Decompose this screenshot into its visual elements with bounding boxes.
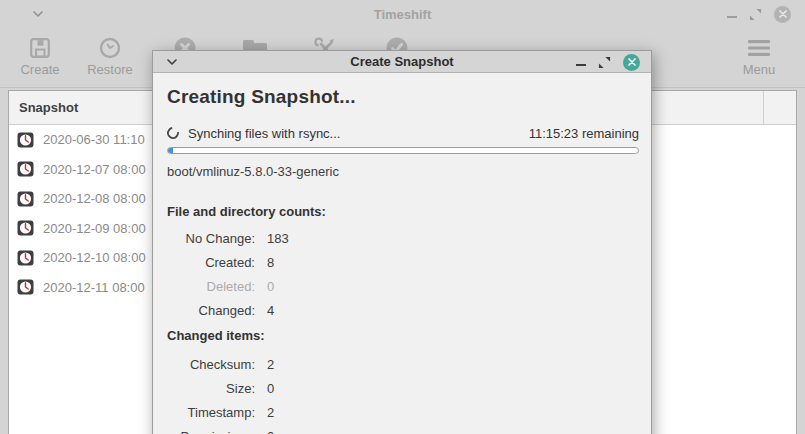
create-snapshot-button[interactable]: Create xyxy=(5,28,75,88)
spinner-icon xyxy=(165,125,182,142)
changed-row-size: Size: 0 xyxy=(167,376,639,400)
snapshot-clock-icon xyxy=(17,191,34,207)
snapshot-date: 2020-12-11 08:00 xyxy=(43,280,145,295)
snapshot-clock-icon xyxy=(17,220,34,236)
dialog-content: Creating Snapshot... Synching files with… xyxy=(153,73,651,434)
snapshot-date: 2020-06-30 11:10 xyxy=(43,132,145,147)
progress-bar xyxy=(167,147,639,154)
changed-value: 2 xyxy=(267,357,274,372)
count-row-created: Created: 8 xyxy=(167,250,639,274)
changed-label: Permissions: xyxy=(167,429,255,434)
main-titlebar: Timeshift xyxy=(0,0,805,28)
snapshot-column-label: Snapshot xyxy=(19,100,78,115)
time-remaining: 11:15:23 remaining xyxy=(529,126,639,141)
snapshot-clock-icon xyxy=(17,161,34,177)
maximize-icon[interactable] xyxy=(749,8,762,21)
menu-label: Menu xyxy=(743,62,776,77)
count-row-deleted: Deleted: 0 xyxy=(167,274,639,298)
dialog-maximize-icon[interactable] xyxy=(598,56,611,69)
close-icon[interactable] xyxy=(774,6,791,23)
changed-items-heading: Changed items: xyxy=(167,328,639,344)
status-label: Synching files with rsync... xyxy=(188,126,529,141)
dialog-heading: Creating Snapshot... xyxy=(167,86,639,108)
count-value: 0 xyxy=(267,279,274,294)
dialog-minimize-icon[interactable] xyxy=(576,64,586,66)
counts-heading: File and directory counts: xyxy=(167,204,639,220)
snapshot-date: 2020-12-07 08:00 xyxy=(43,162,146,177)
count-row-no-change: No Change: 183 xyxy=(167,226,639,250)
restore-clock-icon xyxy=(98,35,122,61)
count-value: 4 xyxy=(267,303,274,318)
snapshot-clock-icon xyxy=(17,132,34,148)
changed-row-timestamp: Timestamp: 2 xyxy=(167,400,639,424)
changed-row-permissions: Permissions: 0 xyxy=(167,424,639,434)
count-label: No Change: xyxy=(167,231,255,246)
snapshot-date: 2020-12-09 08:00 xyxy=(43,221,146,236)
create-label: Create xyxy=(20,62,59,77)
counts-list: No Change: 183 Created: 8 Deleted: 0 Cha… xyxy=(167,226,639,322)
current-file-path: boot/vmlinuz-5.8.0-33-generic xyxy=(167,164,639,180)
changed-items-list: Checksum: 2 Size: 0 Timestamp: 2 Permiss… xyxy=(167,352,639,434)
count-label: Deleted: xyxy=(167,279,255,294)
snapshot-clock-icon xyxy=(17,279,34,295)
window-title: Timeshift xyxy=(0,7,805,22)
changed-label: Checksum: xyxy=(167,357,255,372)
changed-value: 0 xyxy=(267,429,274,434)
changed-value: 2 xyxy=(267,405,274,420)
count-row-changed: Changed: 4 xyxy=(167,298,639,322)
changed-row-checksum: Checksum: 2 xyxy=(167,352,639,376)
changed-label: Timestamp: xyxy=(167,405,255,420)
count-value: 183 xyxy=(267,231,289,246)
count-label: Created: xyxy=(167,255,255,270)
create-snapshot-dialog: Create Snapshot Creating Snapshot... Syn… xyxy=(152,50,652,434)
count-value: 8 xyxy=(267,255,274,270)
dialog-close-button[interactable] xyxy=(623,54,640,71)
status-row: Synching files with rsync... 11:15:23 re… xyxy=(167,125,639,141)
dialog-window-controls xyxy=(576,51,640,73)
column-separator xyxy=(763,91,764,125)
restore-snapshot-button[interactable]: Restore xyxy=(75,28,145,88)
hamburger-menu-icon xyxy=(747,35,771,61)
changed-label: Size: xyxy=(167,381,255,396)
snapshot-clock-icon xyxy=(17,250,34,266)
progress-fill xyxy=(168,148,173,153)
dialog-titlebar: Create Snapshot xyxy=(153,51,651,73)
snapshot-date: 2020-12-08 08:00 xyxy=(43,191,146,206)
main-window-controls xyxy=(727,0,791,28)
menu-button[interactable]: Menu xyxy=(724,28,794,88)
snapshot-date: 2020-12-10 08:00 xyxy=(43,250,146,265)
restore-label: Restore xyxy=(87,62,133,77)
changed-value: 0 xyxy=(267,381,274,396)
floppy-save-icon xyxy=(28,35,52,61)
count-label: Changed: xyxy=(167,303,255,318)
minimize-icon[interactable] xyxy=(727,16,737,18)
